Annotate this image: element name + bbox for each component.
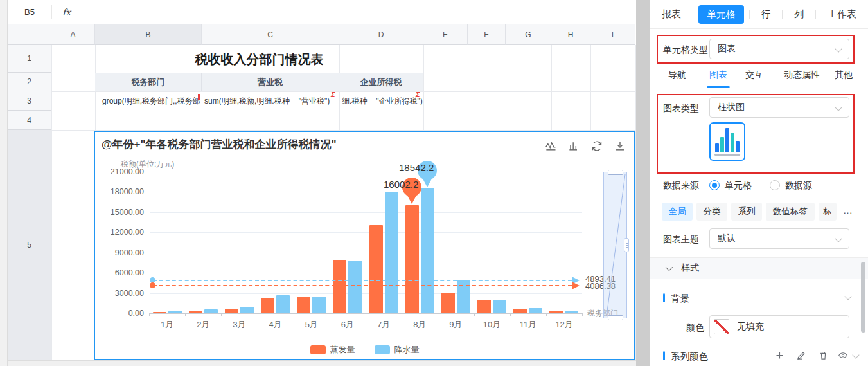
column-chart-thumbnail[interactable] [709,122,745,161]
chevron-down-icon[interactable] [852,351,859,358]
column-header-I[interactable]: I [590,24,635,45]
formula-cell-b3[interactable]: =group(明细,税务部门,,税务部 [96,92,201,111]
bar-蒸发量-11月[interactable] [513,309,527,313]
bar-蒸发量-12月[interactable] [549,311,563,313]
edit-icon[interactable] [797,351,806,360]
subtab-other[interactable]: 其他 [835,69,853,81]
column-header-D[interactable]: D [339,24,423,45]
cell-type-select[interactable]: 图表 [709,39,849,59]
bar-降水量-11月[interactable] [529,308,542,313]
subtab-interaction[interactable]: 交互 [745,69,763,81]
bar-蒸发量-8月[interactable] [405,205,419,313]
chart-theme-select[interactable]: 默认 [709,228,849,249]
bar-蒸发量-2月[interactable] [189,311,202,313]
eye-icon[interactable] [838,351,848,360]
chevron-down-icon[interactable] [844,293,851,300]
column-header-H[interactable]: H [551,24,590,45]
bar-蒸发量-6月[interactable] [333,260,346,313]
radio-cell-label[interactable]: 单元格 [725,180,752,192]
left-edge-panel [0,0,8,366]
bar-降水量-7月[interactable] [385,192,398,313]
formula-input[interactable] [80,0,636,24]
add-icon[interactable] [775,351,784,360]
slider-handle-top[interactable] [608,170,623,175]
row-header-3[interactable]: 3 [8,91,51,111]
bar-降水量-4月[interactable] [276,295,290,313]
corner-header[interactable] [8,24,51,45]
slider-handle-bottom[interactable] [608,315,623,320]
style-tabs-overflow[interactable]: … [843,205,853,215]
bar-降水量-12月[interactable] [565,311,578,313]
subtab-navigation[interactable]: 导航 [668,69,686,81]
y-tick-label: 6000.00 [98,268,144,277]
chart-type-label: 图表类型 [663,103,699,114]
panel-scrollbar-thumb[interactable] [861,262,865,333]
chart-type-select[interactable]: 柱状图 [709,97,849,118]
cell-name-box[interactable]: B5 [8,7,51,17]
bg-color-picker[interactable]: 无填充 [709,315,849,338]
style-tab-series[interactable]: 系列 [731,203,762,221]
radio-cell-selected[interactable] [709,180,720,190]
bar-蒸发量-7月[interactable] [369,225,383,313]
horizontal-scrollbar-track[interactable] [8,360,636,366]
column-header-E[interactable]: E [423,24,468,45]
bar-蒸发量-1月[interactable] [153,312,166,313]
bar-蒸发量-3月[interactable] [225,309,238,313]
column-header-F[interactable]: F [468,24,506,45]
style-tab-value-label[interactable]: 数值标签 [766,203,815,221]
bar-降水量-3月[interactable] [240,307,254,313]
bar-降水量-2月[interactable] [204,309,218,313]
column-header-C[interactable]: C [202,24,339,45]
chevron-down-icon [835,104,842,111]
bar-蒸发量-9月[interactable] [441,293,455,313]
formula-cell-d3[interactable]: 细.税种=="企业所得税") [340,92,423,111]
style-tab-category[interactable]: 分类 [696,203,727,221]
legend-item-降水量[interactable]: 降水量 [375,344,420,356]
row-header-5[interactable]: 5 [8,130,51,360]
bar-降水量-5月[interactable] [312,297,326,313]
column-header-G[interactable]: G [506,24,551,45]
tab-row[interactable]: 行 [754,5,777,24]
bar-蒸发量-10月[interactable] [477,300,491,313]
style-tab-title-clipped[interactable]: 标 [819,203,837,221]
row-header-4[interactable]: 4 [8,111,51,130]
subtab-chart[interactable]: 图表 [709,69,727,81]
delete-icon[interactable] [819,351,828,360]
row-header-2[interactable]: 2 [8,73,51,91]
formula-cell-c3[interactable]: sum(明细,税额,明细.税种=="营业税") [202,92,339,111]
cell-type-label: 单元格类型 [663,44,708,56]
tab-worksheet[interactable]: 工作表 [821,5,863,24]
header-cell[interactable]: 营业税 [202,73,339,91]
y-tick-label: 12000.00 [98,228,144,237]
table-title-cell[interactable]: 税收收入分部门情况表 [95,46,423,73]
header-cell[interactable]: 税务部门 [95,73,202,91]
bar-降水量-10月[interactable] [493,300,506,313]
style-section-header[interactable]: 样式 [650,257,868,279]
bar-降水量-6月[interactable] [348,261,362,313]
x-tick [330,313,330,316]
radio-datasource[interactable] [770,180,780,190]
radio-datasource-label[interactable]: 数据源 [785,180,812,192]
tab-report[interactable]: 报表 [655,5,687,24]
data-point-label: 18542.2 [357,162,434,173]
column-header-B[interactable]: B [95,24,202,45]
chart-cell-b5[interactable]: @年份+"年各税务部门营业税和企业所得税情况" 税额(单位:万元) 0.0030… [94,131,635,360]
legend-label: 降水量 [394,344,420,356]
bar-降水量-8月[interactable] [421,188,434,313]
row-header-1[interactable]: 1 [8,45,51,73]
data-zoom-slider[interactable] [603,172,627,318]
header-cell[interactable]: 企业所得税 [339,73,423,91]
tab-column[interactable]: 列 [788,5,810,24]
legend-item-蒸发量[interactable]: 蒸发量 [310,344,355,356]
tab-cell[interactable]: 单元格 [698,5,744,24]
x-category-label: 9月 [438,319,474,331]
column-header-A[interactable]: A [51,24,95,45]
bar-蒸发量-5月[interactable] [297,297,310,313]
bar-蒸发量-4月[interactable] [261,298,274,313]
slider-grip[interactable] [624,238,629,252]
x-category-label: 4月 [258,319,294,331]
style-tab-global[interactable]: 全局 [662,203,693,221]
subtab-dynamic-attr[interactable]: 动态属性 [784,69,820,81]
x-category-label: 6月 [330,319,366,331]
bar-降水量-1月[interactable] [168,311,182,313]
